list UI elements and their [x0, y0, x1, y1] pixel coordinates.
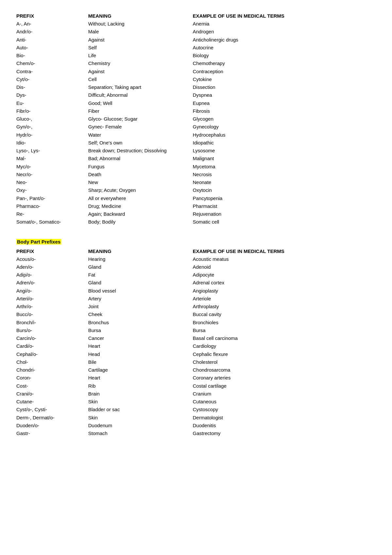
table-row: Acous/o- Hearing Acoustic meatus: [16, 255, 376, 263]
prefix-cell: Anti-: [16, 36, 88, 43]
table-row: Gyn/o-, Gynec- Female Gynecology: [16, 123, 376, 130]
section2-rows: Acous/o- Hearing Acoustic meatus Aden/o-…: [16, 255, 376, 437]
example-cell: Arthroplasty: [193, 303, 376, 310]
prefix-cell: Idio-: [16, 139, 88, 146]
table-row: Dys- Difficult; Abnormal Dyspnea: [16, 91, 376, 99]
general-prefixes-section: PREFIX MEANING EXAMPLE OF USE IN MEDICAL…: [16, 13, 376, 226]
meaning-cell: Male: [88, 28, 193, 35]
prefix-cell: Necr/o-: [16, 171, 88, 178]
prefix-cell: Cyt/o-: [16, 76, 88, 83]
prefix-cell: Hydr/o-: [16, 131, 88, 139]
table-row: Cutane- Skin Cutaneous: [16, 398, 376, 405]
example-cell: Malignant: [193, 155, 376, 162]
table-row: Eu- Good; Well Eupnea: [16, 99, 376, 107]
table-row: Cyst/o-, Cysti- Bladder or sac Cystoscop…: [16, 406, 376, 413]
meaning-cell: Good; Well: [88, 99, 193, 107]
meaning-cell: Gland: [88, 279, 193, 286]
table-row: Cardi/o- Heart Cardiology: [16, 342, 376, 350]
table-row: Coron- Heart Coronary arteries: [16, 374, 376, 381]
prefix-cell: Re-: [16, 210, 88, 218]
prefix-cell: Carcin/o-: [16, 334, 88, 342]
meaning-cell: Bad; Abnormal: [88, 155, 193, 162]
example-cell: Bursa: [193, 327, 376, 334]
table-row: Chol- Bile Cholesterol: [16, 358, 376, 366]
table-row: Fibr/o- Fiber Fibrosis: [16, 107, 376, 115]
prefix-cell: Bronch/i-: [16, 319, 88, 326]
table-row: A-, An- Without; Lacking Anemia: [16, 20, 376, 27]
meaning-cell: Self: [88, 44, 193, 51]
table-row: Necr/o- Death Necrosis: [16, 171, 376, 178]
meaning-cell: Duodenum: [88, 422, 193, 429]
table-row: Adren/o- Gland Adrenal cortex: [16, 279, 376, 286]
example-cell: Cranium: [193, 390, 376, 397]
table-row: Anti- Against Anticholinergic drugs: [16, 36, 376, 43]
table-row: Pharmaco- Drug; Medicine Pharmacist: [16, 202, 376, 210]
table-row: Neo- New Neonate: [16, 178, 376, 186]
prefix-cell: Pharmaco-: [16, 202, 88, 210]
prefix-cell: Derm-, Dermat/o-: [16, 414, 88, 421]
example-cell: Oxytocin: [193, 186, 376, 194]
meaning-cell: Cheek: [88, 311, 193, 318]
table-row: Contra- Against Contraception: [16, 68, 376, 75]
meaning-cell: Skin: [88, 414, 193, 421]
example-cell: Dermatologist: [193, 414, 376, 421]
table-row: Bio- Life Biology: [16, 52, 376, 59]
table-row: Lyso-, Lys- Break down; Destruction; Dis…: [16, 147, 376, 154]
section1-header: PREFIX MEANING EXAMPLE OF USE IN MEDICAL…: [16, 13, 376, 19]
table-row: Idio- Self; One's own Idiopathic: [16, 139, 376, 146]
example-cell: Anemia: [193, 20, 376, 27]
prefix-cell: Arthr/o-: [16, 303, 88, 310]
table-row: Adip/o- Fat Adipocyte: [16, 271, 376, 278]
prefix-cell: Chol-: [16, 358, 88, 366]
example-cell: Duodenitis: [193, 422, 376, 429]
meaning-cell: Stomach: [88, 429, 193, 437]
example-cell: Rejuvenation: [193, 210, 376, 218]
prefix-cell: Gluco-,: [16, 115, 88, 123]
meaning-cell: Bladder or sac: [88, 406, 193, 413]
header2-meaning: MEANING: [88, 248, 193, 254]
example-cell: Chemotherapy: [193, 59, 376, 67]
example-cell: Buccal cavity: [193, 311, 376, 318]
prefix-cell: Dis-: [16, 83, 88, 91]
prefix-cell: Dys-: [16, 91, 88, 99]
prefix-cell: Neo-: [16, 178, 88, 186]
prefix-cell: Oxy-: [16, 186, 88, 194]
section1-rows: A-, An- Without; Lacking Anemia Andr/o- …: [16, 20, 376, 226]
prefix-cell: Chem/o-: [16, 59, 88, 67]
meaning-cell: Self; One's own: [88, 139, 193, 146]
table-row: Cephal/o- Head Cephalic flexure: [16, 350, 376, 358]
meaning-cell: Break down; Destruction; Dissolving: [88, 147, 193, 154]
meaning-cell: Brain: [88, 390, 193, 397]
table-row: Arthr/o- Joint Arthroplasty: [16, 303, 376, 310]
table-row: Arteri/o- Artery Arteriole: [16, 295, 376, 302]
example-cell: Mycetoma: [193, 163, 376, 170]
header-meaning: MEANING: [88, 13, 193, 19]
table-row: Dis- Separation; Taking apart Dissection: [16, 83, 376, 91]
example-cell: Idiopathic: [193, 139, 376, 146]
meaning-cell: Separation; Taking apart: [88, 83, 193, 91]
example-cell: Acoustic meatus: [193, 255, 376, 263]
prefix-cell: Burs/o-: [16, 327, 88, 334]
meaning-cell: Water: [88, 131, 193, 139]
example-cell: Lysosome: [193, 147, 376, 154]
prefix-cell: Cardi/o-: [16, 342, 88, 350]
example-cell: Glycogen: [193, 115, 376, 123]
meaning-cell: Blood vessel: [88, 287, 193, 294]
table-row: Oxy- Sharp; Acute; Oxygen Oxytocin: [16, 186, 376, 194]
prefix-cell: Bucc/o-: [16, 311, 88, 318]
prefix-cell: Lyso-, Lys-: [16, 147, 88, 154]
prefix-cell: Fibr/o-: [16, 107, 88, 115]
table-row: Bronch/i- Bronchus Bronchioles: [16, 319, 376, 326]
example-cell: Fibrosis: [193, 107, 376, 115]
example-cell: Bronchioles: [193, 319, 376, 326]
meaning-cell: Cartilage: [88, 366, 193, 374]
example-cell: Adenoid: [193, 263, 376, 271]
table-row: Somat/o-, Somatico- Body; Bodily Somatic…: [16, 218, 376, 226]
table-row: Carcin/o- Cancer Basal cell carcinoma: [16, 334, 376, 342]
meaning-cell: Glyco- Glucose; Sugar: [88, 115, 193, 123]
example-cell: Basal cell carcinoma: [193, 334, 376, 342]
example-cell: Gynecology: [193, 123, 376, 130]
table-row: Bucc/o- Cheek Buccal cavity: [16, 311, 376, 318]
example-cell: Eupnea: [193, 99, 376, 107]
example-cell: Cardiology: [193, 342, 376, 350]
